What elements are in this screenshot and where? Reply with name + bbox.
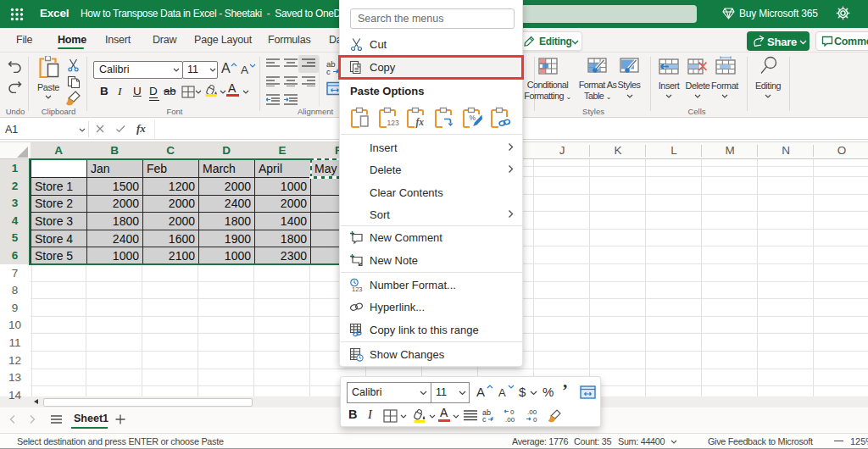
svg-text:%: % [470,114,476,122]
svg-text:0: 0 [510,408,515,416]
svg-text:123: 123 [352,285,363,292]
svg-text:c: c [482,415,487,423]
svg-text:.00: .00 [527,408,537,416]
svg-text:123: 123 [387,119,399,127]
svg-text:.00: .00 [505,416,515,423]
svg-text:fx: fx [416,117,425,128]
svg-text:0: 0 [533,416,537,423]
svg-text:c: c [326,67,331,75]
